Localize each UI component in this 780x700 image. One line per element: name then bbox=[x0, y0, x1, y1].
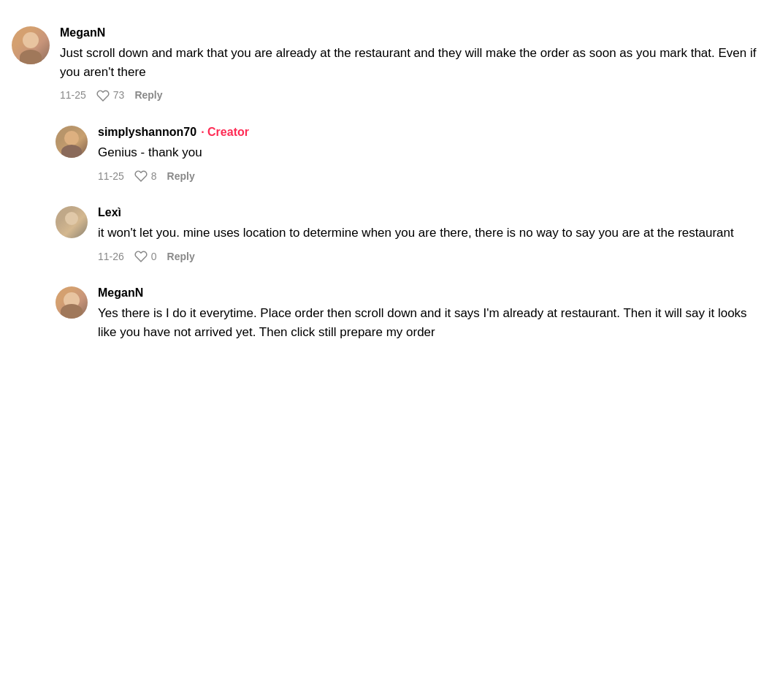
comment-date: 11-25 bbox=[60, 89, 86, 101]
reply-button[interactable]: Reply bbox=[134, 89, 162, 101]
comment-item: MeganN Just scroll down and mark that yo… bbox=[12, 15, 768, 114]
comment-text: it won't let you. mine uses location to … bbox=[98, 224, 768, 243]
comment-username: simplyshannon70· Creator bbox=[98, 126, 768, 139]
like-count: 73 bbox=[113, 89, 125, 101]
like-section: 73 bbox=[96, 88, 125, 102]
avatar bbox=[12, 26, 50, 64]
comment-meta: 11-25 8 Reply bbox=[98, 169, 768, 183]
comment-text: Genius - thank you bbox=[98, 143, 768, 162]
comment-username: MeganN bbox=[98, 286, 768, 300]
heart-icon[interactable] bbox=[134, 169, 148, 183]
comment-date: 11-26 bbox=[98, 251, 124, 262]
comment-text: Just scroll down and mark that you are a… bbox=[60, 44, 768, 81]
comment-username: Lexì bbox=[98, 206, 768, 219]
comment-content: simplyshannon70· Creator Genius - thank … bbox=[98, 126, 768, 183]
avatar bbox=[56, 206, 88, 238]
reply-button[interactable]: Reply bbox=[167, 170, 195, 182]
like-section: 0 bbox=[134, 250, 157, 264]
like-count: 0 bbox=[151, 251, 157, 262]
like-section: 8 bbox=[134, 169, 157, 183]
heart-icon[interactable] bbox=[96, 88, 110, 102]
comment-content: MeganN Yes there is I do it everytime. P… bbox=[98, 286, 768, 341]
creator-badge: · Creator bbox=[201, 126, 249, 138]
comment-item: simplyshannon70· Creator Genius - thank … bbox=[12, 114, 768, 194]
comment-thread: MeganN Just scroll down and mark that yo… bbox=[12, 15, 768, 353]
comment-username: MeganN bbox=[60, 26, 768, 39]
reply-button[interactable]: Reply bbox=[167, 251, 195, 262]
heart-icon[interactable] bbox=[134, 250, 148, 264]
comment-meta: 11-25 73 Reply bbox=[60, 88, 768, 102]
avatar bbox=[56, 126, 88, 158]
comment-content: MeganN Just scroll down and mark that yo… bbox=[60, 26, 768, 102]
comment-item: MeganN Yes there is I do it everytime. P… bbox=[12, 275, 768, 353]
comment-date: 11-25 bbox=[98, 170, 124, 182]
comment-item: Lexì it won't let you. mine uses locatio… bbox=[12, 194, 768, 275]
comment-meta: 11-26 0 Reply bbox=[98, 250, 768, 264]
avatar bbox=[56, 286, 88, 319]
comment-text: Yes there is I do it everytime. Place or… bbox=[98, 304, 768, 341]
comment-content: Lexì it won't let you. mine uses locatio… bbox=[98, 206, 768, 263]
like-count: 8 bbox=[151, 170, 157, 182]
